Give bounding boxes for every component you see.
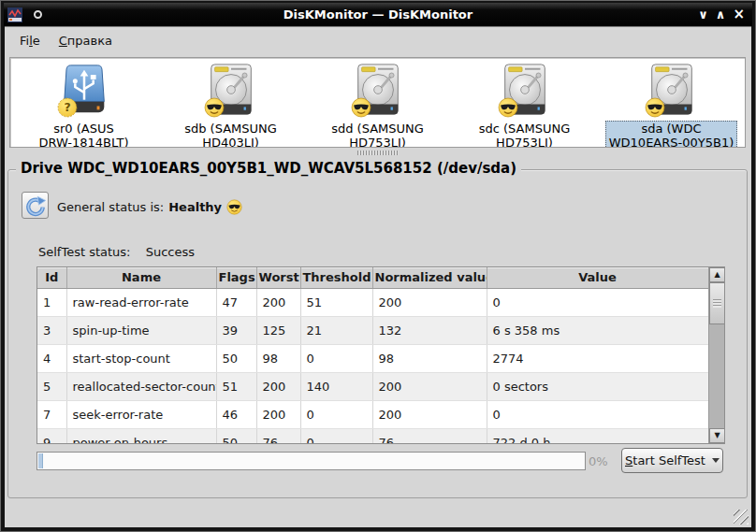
cell-id: 9 (37, 428, 66, 444)
disk-item-sdd[interactable]: sdd (SAMSUNGHD753LJ) (307, 58, 449, 148)
cell-flags: 50 (216, 428, 256, 444)
menubar: File Справка (5, 27, 751, 53)
table-row[interactable]: 3 spin-up-time 39 125 21 132 6 s 358 ms (37, 316, 708, 344)
selftest-status-label: SelfTest status: (38, 245, 131, 259)
titlebar[interactable]: DisKMonitor — DisKMonitor ∨ ∧ × (4, 3, 752, 26)
general-status-line: General status is: Healthy (57, 199, 242, 215)
dropdown-arrow-icon (712, 458, 720, 467)
cell-name: seek-error-rate (66, 400, 216, 428)
cell-normalized: 200 (372, 288, 487, 316)
cool-emoji-icon (351, 97, 371, 118)
cell-name: raw-read-error-rate (66, 288, 216, 316)
vertical-scrollbar[interactable]: ▲ ▼ (708, 267, 724, 443)
cell-value: 6 s 358 ms (487, 316, 708, 344)
cell-name: start-stop-count (66, 344, 216, 372)
start-selftest-button[interactable]: Start SelfTest (621, 448, 723, 473)
cell-worst: 200 (256, 372, 300, 400)
table-header-row: Id Name Flags Worst Threshold Normalized… (37, 267, 708, 288)
maximize-button[interactable]: ∧ (716, 8, 726, 21)
cell-flags: 47 (216, 288, 256, 316)
column-header-threshold[interactable]: Threshold (300, 267, 372, 288)
cell-normalized: 76 (372, 428, 487, 444)
general-status-value: Healthy (168, 200, 222, 214)
disk-label-selected: sda (WDCWD10EARS-00Y5B1) (605, 121, 738, 148)
cell-threshold: 51 (300, 288, 372, 316)
table-row[interactable]: 7 seek-error-rate 46 200 0 200 0 (37, 400, 708, 428)
selftest-status-line: SelfTest status: Success (38, 245, 195, 259)
column-header-value[interactable]: Value (487, 267, 708, 288)
window-resize-grip[interactable] (734, 510, 749, 525)
cell-value: 722 d 0 h (487, 428, 708, 444)
cell-value: 0 (487, 400, 708, 428)
column-header-worst[interactable]: Worst (256, 267, 300, 288)
progress-percent-label: 0% (589, 454, 626, 468)
cell-threshold: 21 (300, 316, 372, 344)
scroll-up-button[interactable]: ▲ (709, 267, 725, 282)
cell-normalized: 132 (372, 316, 487, 344)
disk-item-sdb[interactable]: sdb (SAMSUNGHD403LJ) (160, 58, 302, 148)
general-status-label: General status is: (57, 200, 164, 214)
table-row[interactable]: 1 raw-read-error-rate 47 200 51 200 0 (37, 288, 708, 316)
minimize-button[interactable]: ∨ (698, 8, 708, 21)
disk-list: sr0 (ASUSDRW-1814BLT) sdb (SAMSUNGHD403L… (9, 57, 746, 148)
cell-normalized: 98 (372, 344, 487, 372)
cell-id: 5 (37, 372, 66, 400)
cell-name: spin-up-time (66, 316, 216, 344)
cell-name: reallocated-sector-count (66, 372, 216, 400)
cell-worst: 76 (256, 428, 300, 444)
app-icon[interactable] (7, 7, 22, 22)
cell-value: 2774 (487, 344, 708, 372)
cell-flags: 46 (216, 400, 256, 428)
app-window: DisKMonitor — DisKMonitor ∨ ∧ × File Спр… (0, 0, 756, 532)
disk-item-sr0[interactable]: sr0 (ASUSDRW-1814BLT) (13, 58, 155, 148)
column-header-normalized[interactable]: Normalized value (372, 267, 487, 288)
splitter-handle[interactable] (357, 151, 399, 155)
cell-threshold: 140 (300, 372, 372, 400)
cell-id: 7 (37, 400, 66, 428)
menu-help[interactable]: Справка (50, 30, 122, 51)
cell-worst: 125 (256, 316, 300, 344)
cell-threshold: 0 (300, 428, 372, 444)
selftest-progress-bar (36, 452, 586, 470)
scroll-down-button[interactable]: ▼ (709, 428, 725, 443)
table-row[interactable]: 5 reallocated-sector-count 51 200 140 20… (37, 372, 708, 400)
cell-flags: 50 (216, 344, 256, 372)
selftest-status-value: Success (146, 245, 195, 259)
table-row[interactable]: 9 power-on-hours 50 76 0 76 722 d 0 h (37, 428, 708, 444)
disk-label: sdc (SAMSUNGHD753LJ) (475, 121, 574, 148)
refresh-button[interactable] (22, 192, 49, 219)
column-header-id[interactable]: Id (37, 267, 66, 288)
cell-normalized: 200 (372, 400, 487, 428)
cell-threshold: 0 (300, 400, 372, 428)
cell-flags: 51 (216, 372, 256, 400)
column-header-name[interactable]: Name (66, 267, 216, 288)
refresh-icon (24, 194, 47, 217)
cell-value: 0 sectors (487, 372, 708, 400)
cell-threshold: 0 (300, 344, 372, 372)
table-row[interactable]: 4 start-stop-count 50 98 0 98 2774 (37, 344, 708, 372)
smart-attributes-table: Id Name Flags Worst Threshold Normalized… (36, 266, 725, 444)
cell-id: 4 (37, 344, 66, 372)
sticky-button[interactable] (34, 10, 42, 19)
drive-panel: Drive WDC_WD10EARS_00Y5B1_WD_WCAV5L56815… (7, 169, 748, 498)
progress-chunk (38, 453, 43, 468)
disk-label: sdb (SAMSUNGHD403LJ) (181, 121, 281, 148)
disk-item-sdc[interactable]: sdc (SAMSUNGHD753LJ) (454, 58, 596, 148)
drive-panel-title: Drive WDC_WD10EARS_00Y5B1_WD_WCAV5L56815… (16, 160, 521, 177)
cell-worst: 98 (256, 344, 300, 372)
close-button[interactable]: × (733, 7, 745, 22)
cool-emoji-icon (498, 97, 518, 118)
cell-id: 3 (37, 316, 66, 344)
scrollbar-thumb[interactable] (709, 282, 725, 324)
window-title: DisKMonitor — DisKMonitor (4, 7, 752, 22)
disk-item-sda[interactable]: sda (WDCWD10EARS-00Y5B1) (601, 58, 743, 148)
disk-label: sr0 (ASUSDRW-1814BLT) (35, 121, 132, 148)
cool-emoji-icon (645, 97, 665, 118)
cell-worst: 200 (256, 288, 300, 316)
cell-value: 0 (487, 288, 708, 316)
column-header-flags[interactable]: Flags (216, 267, 256, 288)
cell-id: 1 (37, 288, 66, 316)
cell-worst: 200 (256, 400, 300, 428)
cool-emoji-icon (226, 199, 242, 215)
menu-file[interactable]: File (10, 30, 50, 51)
